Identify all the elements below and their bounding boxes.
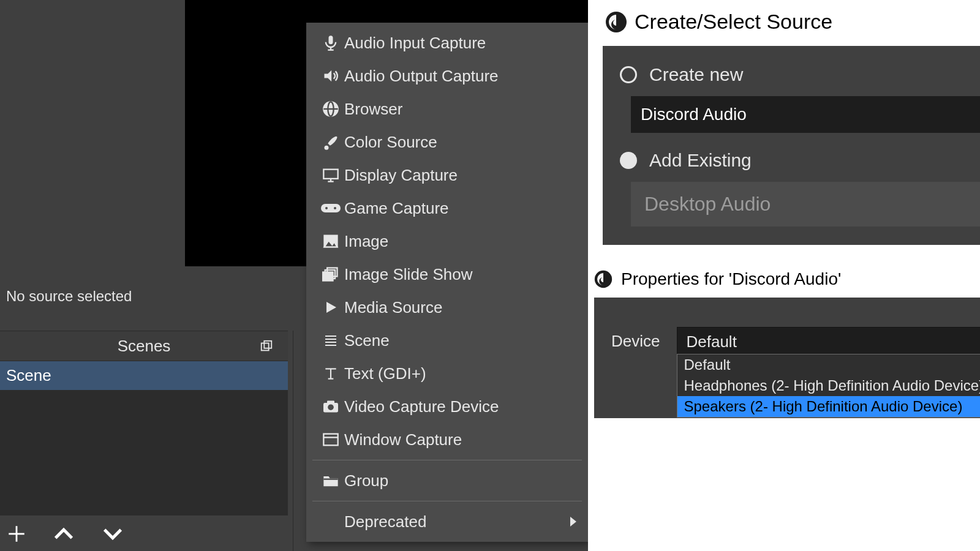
svg-rect-33 [323,434,337,446]
svg-marker-22 [326,302,336,313]
menu-label: Game Capture [344,199,449,218]
window-icon [317,432,344,447]
svg-rect-21 [323,272,333,281]
create-new-label: Create new [649,64,743,85]
source-name-input[interactable]: Discord Audio [631,96,980,133]
menu-audio-input-capture[interactable]: Audio Input Capture [306,26,588,59]
scene-toolbar [0,515,288,551]
dock-icon[interactable] [260,340,273,353]
image-icon [317,233,344,250]
existing-source-item[interactable]: Desktop Audio [631,182,980,227]
obs-logo-icon [605,11,627,33]
move-up-icon[interactable] [51,525,76,542]
menu-label: Deprecated [344,512,426,531]
scene-list-item[interactable]: Scene [0,361,288,391]
menu-image-slide-show[interactable]: Image Slide Show [306,258,588,291]
svg-rect-14 [321,204,341,212]
right-dialogs: Create/Select Source Create new Discord … [588,0,980,551]
svg-rect-35 [323,479,337,480]
menu-image[interactable]: Image [306,225,588,258]
gamepad-icon [317,202,344,214]
scenes-panel: Scenes Scene [0,331,288,538]
menu-label: Display Capture [344,166,458,185]
menu-video-capture-device[interactable]: Video Capture Device [306,390,588,423]
scenes-list[interactable]: Scene [0,361,288,538]
microphone-icon [317,34,344,51]
svg-marker-7 [325,70,332,82]
submenu-arrow-icon [570,517,577,527]
svg-rect-1 [264,341,271,348]
menu-text-gdi[interactable]: Text (GDI+) [306,357,588,390]
menu-game-capture[interactable]: Game Capture [306,192,588,225]
properties-body: Device Default Default Headphones (2- Hi… [594,298,980,418]
menu-label: Audio Input Capture [344,34,486,53]
svg-point-32 [328,404,334,410]
obs-main-window: No source selected Scenes Scene [0,0,588,551]
menu-audio-output-capture[interactable]: Audio Output Capture [306,59,588,92]
svg-point-16 [334,207,336,209]
svg-marker-36 [570,517,576,527]
add-source-menu: Audio Input Capture Audio Output Capture… [306,23,588,542]
device-label: Device [611,332,660,351]
menu-label: Window Capture [344,430,462,449]
svg-rect-4 [329,36,333,44]
menu-label: Media Source [344,298,442,317]
device-selected-value[interactable]: Default [677,327,980,357]
svg-rect-31 [327,400,334,403]
menu-window-capture[interactable]: Window Capture [306,423,588,456]
create-select-title: Create/Select Source [635,10,832,34]
svg-rect-11 [323,170,337,179]
speaker-icon [317,67,344,84]
menu-label: Text (GDI+) [344,364,426,383]
create-select-body: Create new Discord Audio Add Existing De… [603,46,980,245]
obs-logo-icon [594,270,612,288]
menu-media-source[interactable]: Media Source [306,291,588,324]
menu-label: Color Source [344,133,437,152]
svg-rect-0 [262,343,269,351]
brush-icon [317,133,344,151]
menu-scene[interactable]: Scene [306,324,588,357]
menu-display-capture[interactable]: Display Capture [306,159,588,192]
menu-label: Browser [344,100,402,119]
properties-title: Properties for 'Discord Audio' [621,269,841,289]
no-source-label: No source selected [6,288,132,305]
add-existing-label: Add Existing [649,150,752,171]
device-dropdown-list: Default Headphones (2- High Definition A… [677,354,980,418]
menu-deprecated[interactable]: Deprecated [306,505,588,538]
create-select-title-row: Create/Select Source [605,10,980,34]
menu-color-source[interactable]: Color Source [306,126,588,159]
menu-group[interactable]: Group [306,464,588,497]
text-icon [317,365,344,381]
menu-label: Audio Output Capture [344,67,499,86]
menu-label: Group [344,471,388,490]
radio-unselected-icon [620,66,637,83]
menu-separator [312,460,582,460]
device-option[interactable]: Headphones (2- High Definition Audio Dev… [677,375,980,396]
device-dropdown[interactable]: Default Default Headphones (2- High Defi… [677,327,980,357]
menu-label: Image Slide Show [344,265,473,284]
menu-separator [312,501,582,501]
stack-icon [317,266,344,283]
folder-icon [317,473,344,488]
device-option-selected[interactable]: Speakers (2- High Definition Audio Devic… [677,396,980,417]
move-down-icon[interactable] [100,525,125,542]
add-scene-icon[interactable] [6,523,27,544]
menu-browser[interactable]: Browser [306,92,588,126]
properties-title-row: Properties for 'Discord Audio' [594,269,980,289]
create-new-radio[interactable]: Create new [620,64,980,85]
menu-label: Image [344,232,388,251]
scenes-title: Scenes [118,337,171,356]
camera-icon [317,399,344,414]
globe-icon [317,100,344,118]
radio-selected-icon [620,152,637,169]
scenes-header: Scenes [0,331,288,361]
svg-point-15 [325,207,328,209]
device-option[interactable]: Default [677,354,980,375]
menu-label: Scene [344,331,390,350]
monitor-icon [317,167,344,184]
add-existing-radio[interactable]: Add Existing [620,150,980,171]
play-icon [317,300,344,315]
menu-label: Video Capture Device [344,397,499,416]
panel-divider [293,331,293,551]
list-icon [317,333,344,348]
